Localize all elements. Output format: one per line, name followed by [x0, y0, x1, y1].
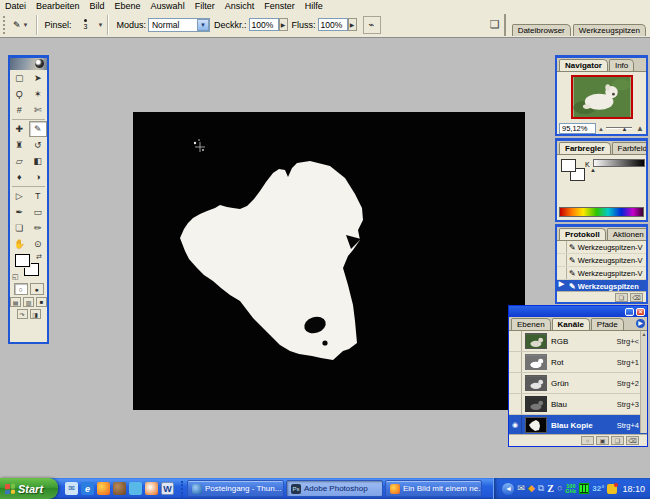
tray-zonealarm-icon[interactable]: Z: [547, 484, 554, 494]
tray-alert-icon[interactable]: [607, 484, 617, 494]
tool-path-selection[interactable]: ▷: [10, 188, 29, 204]
tool-type[interactable]: T: [29, 188, 48, 204]
task-posteingang[interactable]: Posteingang - Thun...: [187, 480, 284, 497]
history-entry[interactable]: ✎ Werkzeugspitzen-V: [557, 254, 646, 267]
internet-explorer-icon[interactable]: e: [81, 482, 94, 495]
airbrush-toggle[interactable]: ⌁: [363, 16, 381, 34]
tab-pfade[interactable]: Pfade: [591, 318, 624, 330]
imageready-icon[interactable]: ◨: [30, 309, 41, 319]
tool-slice[interactable]: ✄: [29, 102, 48, 118]
tool-magic-wand[interactable]: ✶: [29, 86, 48, 102]
tool-crop[interactable]: #: [10, 102, 29, 118]
tray-update-icon[interactable]: ◆: [528, 484, 535, 493]
fullscreen-button[interactable]: ■: [36, 297, 47, 307]
tool-clone-stamp[interactable]: ♜: [10, 137, 29, 153]
channel-row-rot[interactable]: Rot Strg+1: [509, 352, 647, 373]
save-selection-as-channel-button[interactable]: ▣: [596, 436, 609, 445]
visibility-toggle[interactable]: [509, 373, 522, 393]
color-spectrum-ramp[interactable]: [559, 207, 644, 217]
tray-mail-icon[interactable]: ✉: [517, 484, 525, 493]
fullscreen-menubar-button[interactable]: ▥: [23, 297, 34, 307]
tool-move[interactable]: ➤: [29, 70, 48, 86]
tool-preset-picker[interactable]: ✎▼: [10, 19, 32, 31]
minimize-button[interactable]: ▁: [625, 308, 634, 316]
channel-row-rgb[interactable]: RGB Strg+<: [509, 331, 647, 352]
jump-to-imageready-button[interactable]: ↷: [17, 309, 28, 319]
tool-pen[interactable]: ✒: [10, 204, 29, 220]
zoom-in-icon[interactable]: ▲: [636, 124, 644, 133]
palette-menu-button[interactable]: ▶: [636, 319, 645, 328]
channel-row-blau[interactable]: Blau Strg+3: [509, 394, 647, 415]
navigator-preview-viewbox[interactable]: [571, 75, 633, 119]
messenger-icon[interactable]: [129, 482, 142, 495]
options-grip[interactable]: [3, 16, 7, 34]
tab-info[interactable]: Info: [609, 59, 634, 71]
tool-notes[interactable]: ❏: [10, 220, 29, 236]
toolbox-title-artwork[interactable]: [10, 58, 47, 70]
tool-eyedropper[interactable]: ✏: [29, 220, 48, 236]
slider-thumb[interactable]: ▲: [621, 126, 627, 132]
tab-farbregler[interactable]: Farbregler: [559, 142, 611, 154]
firefox-icon[interactable]: [97, 482, 110, 495]
tool-history-brush[interactable]: ↺: [29, 137, 48, 153]
tab-aktionen[interactable]: Aktionen: [607, 228, 646, 240]
tray-cpu-meter[interactable]: 100 GHz: [565, 484, 576, 494]
menu-fenster[interactable]: Fenster: [259, 0, 300, 12]
history-entry[interactable]: ✎ Werkzeugspitzen-V: [557, 267, 646, 280]
document-canvas[interactable]: [133, 112, 525, 410]
file-browser-icon[interactable]: ❏: [490, 18, 500, 31]
tray-led-meter-icon[interactable]: [579, 483, 589, 494]
history-entry[interactable]: ✎ Werkzeugspitzen-V: [557, 241, 646, 254]
channel-row-gruen[interactable]: Grün Strg+2: [509, 373, 647, 394]
standard-screen-button[interactable]: ▤: [10, 297, 21, 307]
visibility-eye-icon[interactable]: ◉: [509, 415, 522, 435]
tool-hand[interactable]: ✋: [10, 236, 29, 252]
tab-farbfelder[interactable]: Farbfelder: [612, 142, 646, 154]
tool-healing-brush[interactable]: ✚: [10, 121, 29, 137]
foreground-color-swatch[interactable]: [15, 254, 30, 267]
tool-lasso[interactable]: Ϙ: [10, 86, 29, 102]
task-firefox[interactable]: Ein Bild mit einem ne...: [385, 480, 482, 497]
taskbar-clock[interactable]: 18:10: [622, 484, 645, 494]
channels-titlebar[interactable]: ▁ ✕: [509, 306, 647, 317]
mail-icon[interactable]: ✉: [65, 482, 78, 495]
navigator-zoom-slider[interactable]: ▲: [606, 124, 634, 134]
visibility-toggle[interactable]: [509, 352, 522, 372]
tab-werkzeugspitzen[interactable]: Werkzeugspitzen: [573, 24, 646, 36]
default-colors-icon[interactable]: ◱: [12, 273, 19, 281]
tab-ebenen[interactable]: Ebenen: [511, 318, 551, 330]
menu-hilfe[interactable]: Hilfe: [300, 0, 328, 12]
tool-eraser[interactable]: ▱: [10, 153, 29, 169]
task-adobe-photoshop[interactable]: Ps Adobe Photoshop: [286, 480, 383, 497]
tool-blur[interactable]: ♦: [10, 169, 29, 185]
history-source-well[interactable]: [557, 267, 567, 279]
history-source-well[interactable]: [557, 254, 567, 266]
tool-dodge[interactable]: ◑: [29, 169, 48, 185]
tool-gradient[interactable]: ◧: [29, 153, 48, 169]
tool-rectangle-shape[interactable]: ▭: [29, 204, 48, 220]
menu-ebene[interactable]: Ebene: [110, 0, 146, 12]
menu-bild[interactable]: Bild: [85, 0, 110, 12]
visibility-toggle[interactable]: [509, 394, 522, 414]
new-document-from-state-button[interactable]: ❏: [615, 293, 628, 302]
opacity-input[interactable]: 100%: [249, 18, 279, 31]
tool-rectangular-marquee[interactable]: ▢: [10, 70, 29, 86]
blend-mode-select[interactable]: Normal ▼: [148, 18, 210, 32]
channels-scrollbar[interactable]: ▲: [640, 331, 647, 433]
channel-row-blau-kopie-selected[interactable]: ◉ Blau Kopie Strg+4: [509, 415, 647, 436]
menu-auswahl[interactable]: Auswahl: [146, 0, 190, 12]
flow-slider-button[interactable]: ▶: [348, 18, 357, 31]
k-channel-slider[interactable]: [593, 159, 645, 167]
tray-expand-icon[interactable]: ◄: [502, 483, 514, 495]
thunderbird-icon[interactable]: [113, 482, 126, 495]
foreground-color-swatch[interactable]: [561, 159, 576, 172]
tab-protokoll[interactable]: Protokoll: [559, 228, 606, 240]
tab-navigator[interactable]: Navigator: [559, 59, 608, 71]
chevron-down-icon[interactable]: ▼: [98, 22, 104, 28]
visibility-toggle[interactable]: [509, 331, 522, 351]
tab-dateibrowser[interactable]: Dateibrowser: [512, 24, 571, 36]
menu-datei[interactable]: Datei: [0, 0, 31, 12]
menu-ansicht[interactable]: Ansicht: [220, 0, 260, 12]
zoom-out-icon[interactable]: ▲: [598, 126, 604, 132]
load-selection-button[interactable]: ○: [581, 436, 594, 445]
